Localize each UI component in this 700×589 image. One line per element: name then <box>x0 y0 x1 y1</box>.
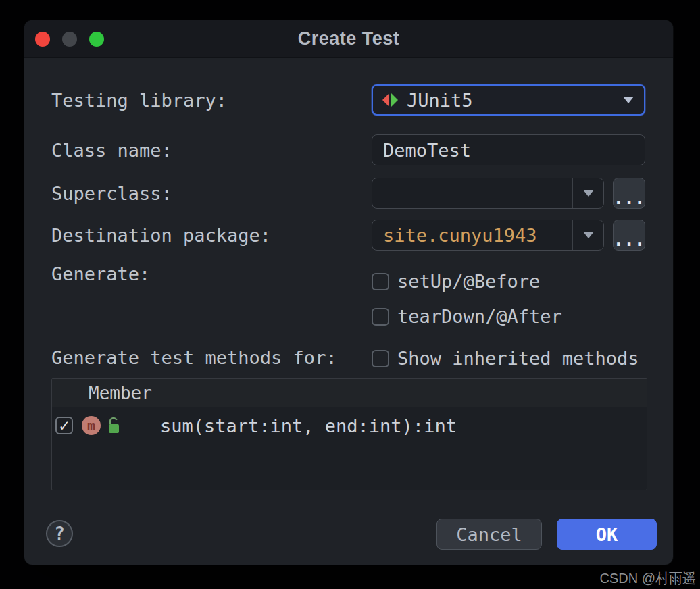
zoom-button[interactable] <box>89 32 104 47</box>
chevron-down-icon <box>623 97 634 103</box>
superclass-label: Superclass: <box>51 178 172 209</box>
member-checkbox[interactable]: ✓ <box>55 417 73 434</box>
setup-before-label: setUp/@Before <box>397 271 540 292</box>
superclass-browse-button[interactable]: ... <box>613 178 645 209</box>
show-inherited-label: Show inherited methods <box>397 348 639 369</box>
screenshot-background: Create Test Testing library: JUnit5 Clas… <box>0 0 700 589</box>
superclass-dropdown[interactable] <box>572 178 603 208</box>
testing-library-label: Testing library: <box>51 84 227 116</box>
table-row[interactable]: ✓ m sum(start:int, end:int):int <box>52 407 647 440</box>
checkbox-column-header <box>52 379 76 407</box>
member-column-header: Member <box>76 383 152 403</box>
chevron-down-icon <box>583 232 594 238</box>
titlebar: Create Test <box>24 20 673 58</box>
teardown-after-checkbox[interactable] <box>372 308 389 326</box>
close-button[interactable] <box>35 32 50 47</box>
class-name-label: Class name: <box>51 134 172 165</box>
member-signature: sum(start:int, end:int):int <box>160 415 457 436</box>
ok-button[interactable]: OK <box>557 519 657 550</box>
class-name-input[interactable] <box>372 134 645 165</box>
public-icon <box>106 417 122 434</box>
create-test-dialog: Create Test Testing library: JUnit5 Clas… <box>24 20 673 565</box>
members-table-header: Member <box>52 379 647 407</box>
destination-package-combobox[interactable]: site.cunyu1943 <box>372 220 604 251</box>
members-table: Member ✓ m sum(start:int, end:int):int <box>51 378 647 490</box>
dialog-title: Create Test <box>298 28 400 49</box>
testing-library-dropdown[interactable] <box>613 86 644 114</box>
junit5-icon <box>381 91 400 109</box>
setup-before-option: setUp/@Before <box>372 271 540 292</box>
destination-package-label: Destination package: <box>51 220 271 251</box>
minimize-button[interactable] <box>62 32 77 47</box>
destination-package-browse-button[interactable]: ... <box>613 220 645 251</box>
watermark: CSDN @村雨遥 <box>599 569 696 588</box>
check-icon: ✓ <box>59 417 69 434</box>
teardown-after-label: tearDown/@After <box>397 306 562 327</box>
show-inherited-checkbox[interactable] <box>372 350 389 367</box>
superclass-combobox[interactable] <box>372 178 604 209</box>
cancel-button[interactable]: Cancel <box>436 519 542 550</box>
generate-label: Generate: <box>51 264 150 283</box>
testing-library-select[interactable]: JUnit5 <box>372 84 645 116</box>
help-button[interactable]: ? <box>46 520 73 547</box>
chevron-down-icon <box>583 190 594 197</box>
window-controls <box>35 32 104 47</box>
setup-before-checkbox[interactable] <box>372 273 389 290</box>
testing-library-value: JUnit5 <box>407 90 473 111</box>
destination-package-value: site.cunyu1943 <box>383 225 537 246</box>
destination-package-dropdown[interactable] <box>572 220 603 250</box>
generate-test-methods-label: Generate test methods for: <box>51 347 337 367</box>
teardown-after-option: tearDown/@After <box>372 306 562 327</box>
method-icon: m <box>82 416 101 435</box>
show-inherited-option: Show inherited methods <box>372 348 639 369</box>
